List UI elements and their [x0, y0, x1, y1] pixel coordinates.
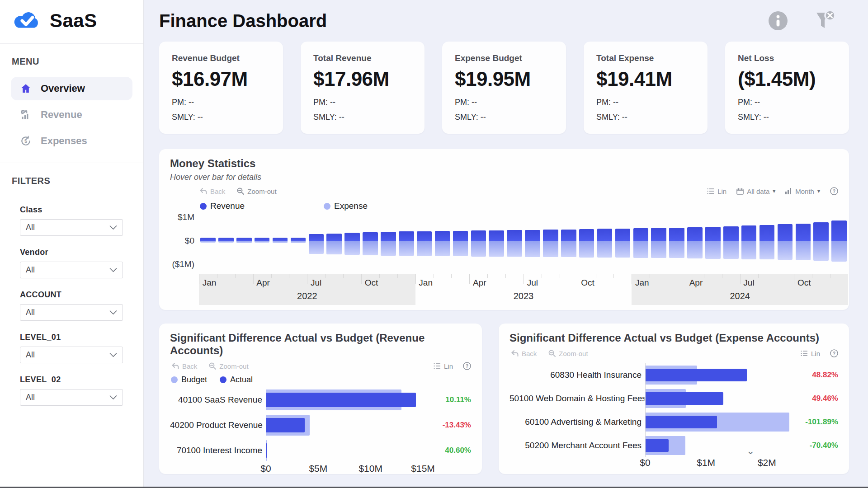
- expense-month-bar[interactable]: [453, 241, 468, 256]
- revenue-month-bar[interactable]: [723, 226, 739, 241]
- revenue-month-bar[interactable]: [489, 230, 504, 241]
- info-icon[interactable]: [768, 10, 788, 31]
- scroll-more-chevron[interactable]: ⌄: [746, 445, 755, 457]
- revenue-month-bar[interactable]: [561, 230, 576, 241]
- expense-month-bar[interactable]: [417, 241, 432, 256]
- revenue-month-bar[interactable]: [525, 230, 540, 241]
- granularity-dropdown[interactable]: Month▾: [785, 188, 820, 195]
- revenue-month-bar[interactable]: [399, 231, 414, 241]
- revenue-month-bar[interactable]: [796, 224, 811, 241]
- revenue-month-bar[interactable]: [579, 229, 594, 241]
- revenue-month-bar[interactable]: [687, 227, 703, 241]
- back-button[interactable]: Back: [172, 362, 197, 370]
- sidebar-item-overview[interactable]: Overview: [11, 77, 132, 100]
- expense-month-bar[interactable]: [651, 241, 666, 258]
- expense-month-bar[interactable]: [778, 241, 793, 260]
- expense-month-bar[interactable]: [200, 241, 216, 243]
- legend-expense[interactable]: Expense: [324, 201, 368, 211]
- legend-actual[interactable]: Actual: [220, 375, 253, 385]
- revenue-month-bar[interactable]: [435, 231, 450, 241]
- linear-scale-toggle[interactable]: Lin: [434, 362, 453, 370]
- expense-month-bar[interactable]: [723, 241, 739, 259]
- expense-month-bar[interactable]: [760, 241, 775, 259]
- expense-month-bar[interactable]: [326, 241, 342, 254]
- revenue-month-bar[interactable]: [741, 225, 757, 241]
- linear-scale-toggle[interactable]: Lin: [707, 188, 726, 195]
- expense-month-bar[interactable]: [813, 241, 829, 261]
- clear-filter-icon[interactable]: [814, 10, 837, 32]
- revenue-month-bar[interactable]: [236, 238, 252, 241]
- level-01-select[interactable]: All: [20, 347, 123, 363]
- vendor-select[interactable]: All: [20, 262, 123, 278]
- revenue-month-bar[interactable]: [760, 225, 775, 241]
- revenue-month-bar[interactable]: [291, 238, 306, 241]
- expense-month-bar[interactable]: [525, 241, 540, 257]
- expense-month-bar[interactable]: [543, 241, 558, 257]
- revenue-month-bar[interactable]: [326, 234, 342, 241]
- revenue-month-bar[interactable]: [200, 238, 216, 241]
- help-icon[interactable]: ?: [463, 362, 471, 370]
- revenue-month-bar[interactable]: [633, 228, 649, 241]
- sidebar-item-expenses[interactable]: $ Expenses: [11, 129, 132, 153]
- actual-bar[interactable]: [266, 418, 305, 432]
- expense-month-bar[interactable]: [741, 241, 757, 259]
- revenue-month-bar[interactable]: [218, 238, 234, 241]
- expense-month-bar[interactable]: [471, 241, 486, 257]
- expense-month-bar[interactable]: [615, 241, 631, 258]
- actual-bar[interactable]: [266, 443, 267, 458]
- zoom-out-button[interactable]: Zoom-out: [209, 362, 248, 370]
- expense-month-bar[interactable]: [579, 241, 594, 258]
- zoom-out-button[interactable]: Zoom-out: [548, 350, 588, 357]
- revenue-month-bar[interactable]: [471, 230, 486, 241]
- revenue-month-bar[interactable]: [453, 231, 468, 241]
- level-02-select[interactable]: All: [20, 389, 123, 406]
- expense-month-bar[interactable]: [363, 241, 378, 255]
- revenue-month-bar[interactable]: [309, 234, 324, 241]
- expense-month-bar[interactable]: [291, 241, 306, 243]
- expense-month-bar[interactable]: [669, 241, 684, 258]
- expense-month-bar[interactable]: [489, 241, 504, 257]
- revenue-month-bar[interactable]: [778, 224, 793, 241]
- expense-month-bar[interactable]: [597, 241, 613, 258]
- expense-month-bar[interactable]: [633, 241, 649, 258]
- back-button[interactable]: Back: [511, 350, 537, 357]
- help-icon[interactable]: ?: [830, 187, 838, 195]
- actual-bar[interactable]: [646, 439, 669, 452]
- expense-month-bar[interactable]: [831, 241, 847, 262]
- revenue-month-bar[interactable]: [255, 238, 270, 241]
- expense-month-bar[interactable]: [399, 241, 414, 256]
- expense-month-bar[interactable]: [309, 241, 324, 254]
- revenue-month-bar[interactable]: [705, 227, 721, 241]
- revenue-month-bar[interactable]: [543, 230, 558, 241]
- expense-month-bar[interactable]: [561, 241, 576, 257]
- revenue-month-bar[interactable]: [344, 233, 360, 241]
- revenue-month-bar[interactable]: [831, 221, 847, 241]
- zoom-out-button[interactable]: Zoom-out: [237, 188, 276, 195]
- expense-month-bar[interactable]: [705, 241, 721, 259]
- linear-scale-toggle[interactable]: Lin: [801, 350, 820, 357]
- expense-month-bar[interactable]: [344, 241, 360, 255]
- class-select[interactable]: All: [20, 219, 123, 236]
- legend-revenue[interactable]: Revenue: [200, 201, 245, 211]
- revenue-month-bar[interactable]: [273, 238, 288, 241]
- revenue-month-bar[interactable]: [381, 232, 396, 241]
- actual-bar[interactable]: [646, 416, 717, 428]
- legend-budget[interactable]: Budget: [171, 375, 207, 385]
- expense-month-bar[interactable]: [255, 241, 270, 243]
- expense-month-bar[interactable]: [687, 241, 703, 258]
- revenue-month-bar[interactable]: [669, 228, 684, 241]
- actual-bar[interactable]: [646, 369, 747, 381]
- expense-month-bar[interactable]: [381, 241, 396, 256]
- expense-month-bar[interactable]: [236, 241, 252, 243]
- expense-month-bar[interactable]: [218, 241, 234, 243]
- expense-month-bar[interactable]: [507, 241, 522, 257]
- revenue-month-bar[interactable]: [813, 222, 829, 241]
- date-range-dropdown[interactable]: All data▾: [736, 188, 775, 195]
- revenue-month-bar[interactable]: [363, 232, 378, 241]
- revenue-month-bar[interactable]: [651, 228, 666, 241]
- help-icon[interactable]: ?: [830, 349, 838, 357]
- revenue-month-bar[interactable]: [417, 231, 432, 241]
- expense-month-bar[interactable]: [273, 241, 288, 243]
- sidebar-item-revenue[interactable]: $ Revenue: [11, 103, 132, 127]
- revenue-month-bar[interactable]: [597, 229, 613, 241]
